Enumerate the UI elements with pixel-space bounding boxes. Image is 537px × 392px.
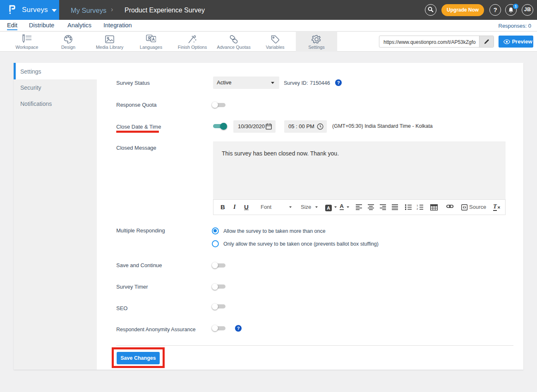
svg-text:2: 2 [417, 208, 418, 210]
svg-text:1: 1 [417, 204, 418, 207]
